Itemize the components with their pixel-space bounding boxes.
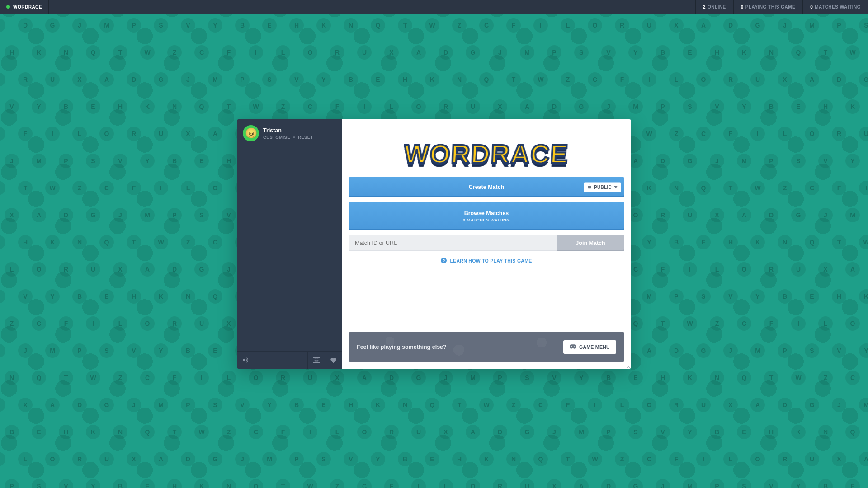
topbar: WORDRACE 2 ONLINE 0 PLAYING THIS GAME 0 … (0, 0, 868, 14)
svg-rect-3 (316, 359, 316, 359)
svg-rect-8 (316, 360, 316, 360)
resize-handle[interactable] (626, 363, 630, 368)
gamepad-icon (570, 344, 576, 350)
sidebar-footer-spacer (254, 352, 307, 369)
create-match-button[interactable]: Create Match PUBLIC (349, 177, 624, 197)
game-logo: WORDRACE (403, 139, 569, 169)
create-match-label: Create Match (469, 184, 505, 190)
chevron-down-icon (614, 186, 618, 188)
join-match-button[interactable]: Join Match (557, 235, 624, 251)
svg-rect-9 (317, 360, 318, 360)
browse-matches-button[interactable]: Browse Matches 0 MATCHES WAITING (349, 202, 624, 230)
keyboard-icon (313, 357, 320, 363)
stat-online: 2 ONLINE (695, 0, 733, 14)
separator-dot-icon (293, 136, 295, 138)
avatar-face-icon: 😠 (245, 128, 257, 138)
sidebar: 😠 Tristan CUSTOMISE RESET (237, 119, 342, 369)
heart-icon (330, 357, 337, 364)
lobby-modal: 😠 Tristan CUSTOMISE RESET (237, 119, 631, 369)
svg-rect-4 (317, 359, 318, 359)
learn-how-to-play-link[interactable]: ? LEARN HOW TO PLAY THIS GAME (349, 258, 624, 263)
stat-online-count: 2 (703, 5, 706, 9)
favorite-button[interactable] (325, 352, 342, 369)
game-menu-label: GAME MENU (579, 344, 610, 350)
stat-playing: 0 PLAYING THIS GAME (733, 0, 802, 14)
customise-link[interactable]: CUSTOMISE (263, 135, 290, 140)
stat-playing-label: PLAYING THIS GAME (745, 5, 795, 9)
game-menu-button[interactable]: GAME MENU (563, 340, 616, 354)
sound-button[interactable] (237, 352, 254, 369)
avatar[interactable]: 😠 (243, 125, 259, 141)
svg-rect-7 (315, 360, 315, 360)
stat-waiting: 0 MATCHES WAITING (802, 0, 868, 14)
svg-rect-1 (314, 359, 314, 359)
info-icon: ? (441, 258, 447, 263)
footer-prompt: Feel like playing something else? (357, 344, 447, 350)
status-dot-icon (6, 5, 10, 9)
main-panel: WORDRACE Create Match PUBLIC Browse Matc… (342, 119, 631, 369)
visibility-label: PUBLIC (594, 185, 612, 190)
match-id-input[interactable] (349, 235, 557, 251)
footer-bar: Feel like playing something else? GAME M… (349, 332, 624, 362)
unlock-icon (587, 184, 592, 190)
svg-rect-6 (314, 360, 314, 360)
join-match-label: Join Match (576, 240, 605, 246)
svg-rect-11 (315, 361, 318, 361)
volume-icon (242, 357, 249, 364)
svg-rect-10 (318, 360, 319, 360)
browse-matches-sublabel: 0 MATCHES WAITING (463, 217, 510, 222)
svg-rect-2 (315, 359, 315, 359)
svg-rect-5 (318, 359, 319, 359)
username: Tristan (263, 127, 313, 134)
profile: 😠 Tristan CUSTOMISE RESET (237, 119, 342, 146)
game-name: WORDRACE (13, 5, 42, 9)
reset-link[interactable]: RESET (298, 135, 313, 140)
logo-wrap: WORDRACE (349, 126, 624, 177)
learn-label: LEARN HOW TO PLAY THIS GAME (450, 258, 532, 263)
browse-matches-label: Browse Matches (464, 210, 509, 216)
keyboard-button[interactable] (307, 352, 325, 369)
visibility-selector[interactable]: PUBLIC (584, 183, 621, 192)
sidebar-footer (237, 351, 342, 369)
stat-online-label: ONLINE (708, 5, 726, 9)
stat-waiting-count: 0 (810, 5, 813, 9)
stat-waiting-label: MATCHES WAITING (815, 5, 861, 9)
stat-playing-count: 0 (741, 5, 744, 9)
topbar-game-selector[interactable]: WORDRACE (0, 0, 49, 14)
profile-links: CUSTOMISE RESET (263, 135, 313, 140)
